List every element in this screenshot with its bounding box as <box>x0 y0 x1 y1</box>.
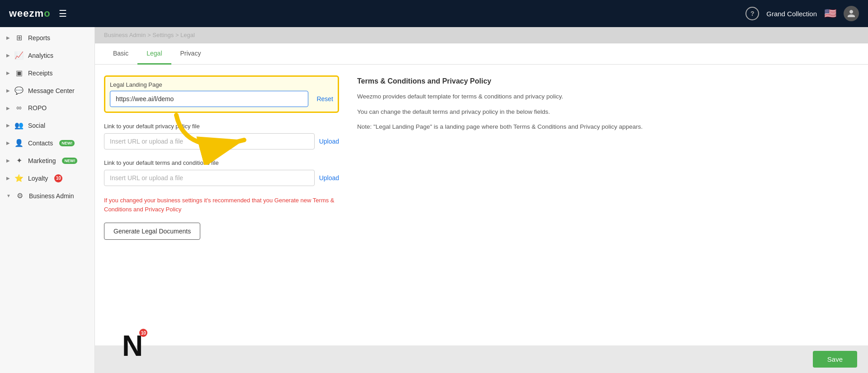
main-layout: ▶ ⊞ Reports ▶ 📈 Analytics ▶ ▣ Receipts ▶… <box>0 27 868 373</box>
top-navigation: weezmo ☰ ? Grand Collection 🇺🇸 <box>0 0 868 27</box>
contacts-badge: NEW! <box>59 140 75 146</box>
tab-basic[interactable]: Basic <box>104 43 137 65</box>
sidebar-item-label: Receipts <box>28 70 52 77</box>
expand-arrow: ▶ <box>6 140 10 145</box>
sidebar: ▶ ⊞ Reports ▶ 📈 Analytics ▶ ▣ Receipts ▶… <box>0 27 95 373</box>
sidebar-item-label: Loyalty <box>28 175 48 182</box>
analytics-icon: 📈 <box>14 51 24 60</box>
user-avatar[interactable] <box>844 6 859 21</box>
sidebar-item-label: Reports <box>28 34 50 42</box>
expand-arrow: ▶ <box>6 158 10 163</box>
legal-landing-page-group: Legal Landing Page Reset <box>104 75 339 113</box>
info-panel: Terms & Conditions and Privacy Policy We… <box>357 75 857 132</box>
sidebar-item-label: Contacts <box>28 140 53 147</box>
sidebar-item-label: Message Center <box>28 87 75 94</box>
expand-arrow: ▶ <box>6 53 10 58</box>
sidebar-item-loyalty[interactable]: ▶ ⭐ Loyalty 10 <box>0 169 94 187</box>
nav-right: ? Grand Collection 🇺🇸 <box>745 6 859 21</box>
expand-arrow: ▶ <box>6 35 10 40</box>
sidebar-item-label: Marketing <box>28 157 56 164</box>
privacy-policy-input-row: Upload <box>104 133 339 149</box>
tab-bar: Basic Legal Privacy <box>95 43 868 65</box>
logo-accent: o <box>44 8 50 19</box>
terms-input-row: Upload <box>104 170 339 186</box>
legal-landing-page-label: Legal Landing Page <box>110 81 333 88</box>
sidebar-item-social[interactable]: ▶ 👥 Social <box>0 117 94 134</box>
business-admin-icon: ⚙ <box>15 191 24 200</box>
sidebar-item-receipts[interactable]: ▶ ▣ Receipts <box>0 64 94 82</box>
warning-text: If you changed your business settings it… <box>104 196 339 214</box>
sidebar-item-business-admin[interactable]: ▼ ⚙ Business Admin <box>0 187 94 205</box>
breadcrumb-text: Business Admin > Settings > Legal <box>104 32 195 38</box>
upload-button-2[interactable]: Upload <box>319 174 339 182</box>
expand-arrow: ▼ <box>6 193 11 198</box>
info-paragraph-3: Note: "Legal Landing Page" is a landing … <box>357 122 857 132</box>
legal-landing-input-row: Reset <box>110 91 333 107</box>
expand-arrow: ▶ <box>6 106 10 111</box>
expand-arrow: ▶ <box>6 70 10 75</box>
sidebar-item-label: Social <box>28 122 45 129</box>
sidebar-item-message-center[interactable]: ▶ 💬 Message Center <box>0 82 94 99</box>
form-right: Terms & Conditions and Privacy Policy We… <box>357 75 857 335</box>
terms-input[interactable] <box>104 170 315 186</box>
loyalty-badge: 10 <box>54 174 62 182</box>
message-center-icon: 💬 <box>14 86 24 95</box>
ropo-icon: ∞ <box>14 104 24 112</box>
sidebar-item-marketing[interactable]: ▶ ✦ Marketing NEW! <box>0 152 94 169</box>
logo: weezmo <box>9 8 51 19</box>
marketing-icon: ✦ <box>14 156 24 165</box>
terms-group: Link to your default terms and condition… <box>104 159 339 186</box>
privacy-policy-group: Link to your default privacy policy file… <box>104 123 339 149</box>
sidebar-item-ropo[interactable]: ▶ ∞ ROPO <box>0 99 94 117</box>
loyalty-icon: ⭐ <box>14 174 24 182</box>
sidebar-item-contacts[interactable]: ▶ 👤 Contacts NEW! <box>0 134 94 152</box>
help-button[interactable]: ? <box>745 7 759 20</box>
form-container: Legal Landing Page Reset Link to your de… <box>95 65 868 345</box>
settings-panel: Basic Legal Privacy Legal Landing Page R… <box>95 43 868 345</box>
privacy-policy-input[interactable] <box>104 133 315 149</box>
collection-name: Grand Collection <box>766 10 817 18</box>
sidebar-item-analytics[interactable]: ▶ 📈 Analytics <box>0 47 94 64</box>
upload-button-1[interactable]: Upload <box>319 138 339 145</box>
save-bar: Save <box>95 345 868 373</box>
form-left: Legal Landing Page Reset Link to your de… <box>104 75 339 335</box>
reset-button[interactable]: Reset <box>316 95 333 103</box>
tab-privacy[interactable]: Privacy <box>171 43 210 65</box>
tab-legal[interactable]: Legal <box>137 43 171 65</box>
expand-arrow: ▶ <box>6 123 10 128</box>
marketing-badge: NEW! <box>62 158 77 164</box>
info-paragraph-2: You can change the default terms and pri… <box>357 107 857 117</box>
info-title: Terms & Conditions and Privacy Policy <box>357 77 857 85</box>
receipts-icon: ▣ <box>14 69 24 77</box>
save-button[interactable]: Save <box>813 351 857 368</box>
sidebar-item-label: ROPO <box>28 104 47 112</box>
sidebar-item-label: Analytics <box>28 52 53 59</box>
legal-landing-page-input[interactable] <box>110 91 308 107</box>
menu-icon[interactable]: ☰ <box>59 8 67 19</box>
privacy-policy-label: Link to your default privacy policy file <box>104 123 339 130</box>
nav-left: weezmo ☰ <box>9 8 67 19</box>
content-wrapper: Business Admin > Settings > Legal Basic … <box>95 27 868 373</box>
sidebar-item-label: Business Admin <box>29 192 74 200</box>
expand-arrow: ▶ <box>6 88 10 93</box>
flag-icon: 🇺🇸 <box>824 8 836 19</box>
reports-icon: ⊞ <box>14 33 24 42</box>
info-paragraph-1: Weezmo provides default template for ter… <box>357 92 857 102</box>
social-icon: 👥 <box>14 121 24 130</box>
contacts-icon: 👤 <box>14 139 24 147</box>
breadcrumb-bar: Business Admin > Settings > Legal <box>95 27 868 43</box>
expand-arrow: ▶ <box>6 176 10 181</box>
generate-legal-docs-button[interactable]: Generate Legal Documents <box>104 223 200 240</box>
logo-text: weezmo <box>9 8 51 19</box>
terms-label: Link to your default terms and condition… <box>104 159 339 166</box>
sidebar-item-reports[interactable]: ▶ ⊞ Reports <box>0 29 94 47</box>
